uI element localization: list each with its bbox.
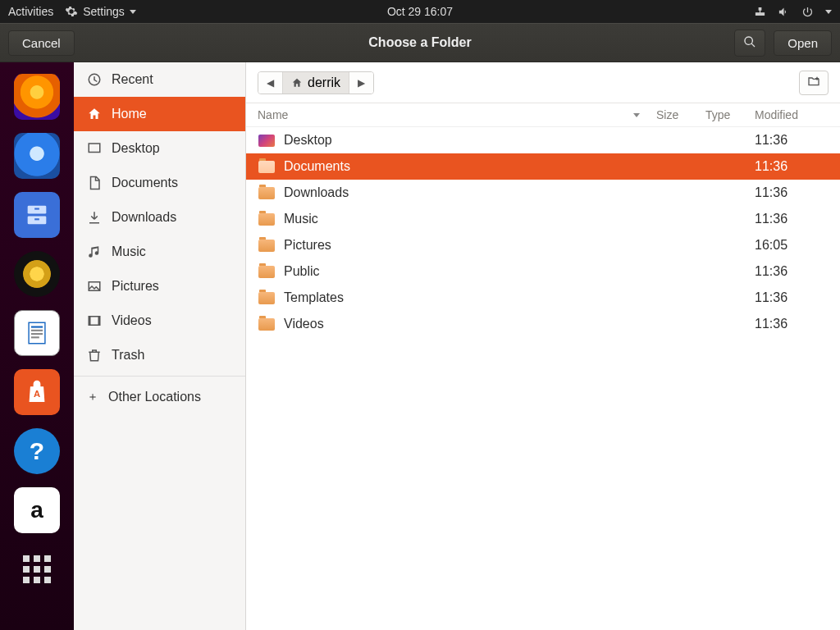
search-button[interactable]	[734, 30, 765, 57]
file-modified: 11:36	[755, 133, 829, 148]
file-modified: 16:05	[755, 238, 829, 253]
path-bar: ◀ derrik ▶	[246, 62, 840, 103]
column-header-size[interactable]: Size	[656, 108, 705, 121]
shopping-bag-icon: A	[25, 380, 49, 404]
music-icon	[87, 244, 102, 259]
launcher-dock: A ? a	[0, 62, 74, 630]
dialog-title: Choose a Folder	[0, 35, 840, 50]
svg-rect-13	[89, 317, 90, 326]
dock-rhythmbox[interactable]	[14, 251, 60, 297]
home-icon	[87, 107, 102, 121]
sidebar-item-other-locations[interactable]: ＋ Other Locations	[74, 380, 245, 414]
dock-files[interactable]	[14, 192, 60, 238]
file-row[interactable]: Documents11:36	[246, 153, 840, 180]
appmenu-label: Settings	[83, 5, 125, 18]
folder-icon	[258, 263, 276, 280]
documents-icon	[87, 176, 102, 190]
folder-icon	[258, 211, 276, 227]
sidebar-item-label: Home	[112, 107, 147, 121]
home-icon	[291, 77, 303, 89]
open-button[interactable]: Open	[774, 30, 832, 56]
dock-show-apps[interactable]	[14, 546, 60, 592]
folder-icon	[258, 185, 276, 201]
power-icon	[801, 6, 814, 18]
sidebar-item-documents[interactable]: Documents	[74, 166, 245, 200]
sidebar-item-home[interactable]: Home	[74, 97, 245, 131]
folder-icon	[258, 290, 276, 306]
file-modified: 11:36	[755, 159, 829, 174]
pictures-icon	[87, 279, 102, 294]
file-row[interactable]: Pictures16:05	[246, 232, 840, 258]
path-forward-button[interactable]: ▶	[349, 72, 373, 94]
svg-rect-8	[31, 336, 39, 338]
sidebar-item-label: Other Locations	[108, 390, 201, 404]
new-folder-icon	[806, 75, 821, 88]
volume-icon	[778, 6, 790, 18]
sidebar-item-label: Recent	[112, 72, 153, 87]
dock-software[interactable]: A	[14, 369, 60, 415]
svg-rect-14	[98, 317, 100, 326]
file-row[interactable]: Videos11:36	[246, 311, 840, 337]
svg-text:A: A	[34, 389, 40, 399]
svg-rect-5	[31, 326, 43, 328]
file-name: Desktop	[284, 133, 656, 148]
dock-help[interactable]: ?	[14, 428, 60, 474]
dock-firefox[interactable]	[14, 74, 60, 120]
sidebar-item-recent[interactable]: Recent	[74, 62, 245, 97]
sidebar-item-trash[interactable]: Trash	[74, 338, 245, 372]
column-header-modified[interactable]: Modified	[755, 108, 829, 121]
sidebar-item-label: Videos	[112, 313, 152, 328]
dock-writer[interactable]	[14, 310, 60, 356]
file-name: Public	[284, 264, 656, 279]
file-name: Pictures	[284, 238, 656, 253]
file-row[interactable]: Public11:36	[246, 258, 840, 285]
dock-thunderbird[interactable]	[14, 133, 60, 179]
svg-rect-6	[31, 330, 43, 331]
system-status-area[interactable]	[754, 6, 832, 18]
appmenu-button[interactable]: Settings	[65, 5, 136, 18]
network-icon	[754, 6, 766, 18]
column-header-name[interactable]: Name	[258, 108, 633, 121]
file-modified: 11:36	[755, 290, 829, 305]
sidebar-item-label: Downloads	[112, 210, 176, 225]
file-row[interactable]: Templates11:36	[246, 285, 840, 311]
sidebar-item-music[interactable]: Music	[74, 235, 245, 269]
trash-icon	[87, 348, 102, 363]
folder-icon	[258, 237, 276, 253]
videos-icon	[87, 313, 102, 328]
file-name: Documents	[284, 159, 656, 174]
path-segment-home[interactable]: derrik	[283, 72, 349, 94]
activities-button[interactable]: Activities	[8, 5, 53, 18]
new-folder-button[interactable]	[799, 71, 829, 95]
sidebar-item-pictures[interactable]: Pictures	[74, 269, 245, 304]
drawer-icon	[23, 201, 51, 229]
file-modified: 11:36	[755, 317, 829, 331]
file-browser-pane: ◀ derrik ▶ Name Size Type Modified	[246, 62, 840, 630]
file-name: Downloads	[284, 185, 656, 200]
cancel-button[interactable]: Cancel	[8, 30, 75, 56]
folder-icon	[258, 158, 276, 175]
desktop-folder-icon	[258, 132, 276, 148]
sidebar-item-downloads[interactable]: Downloads	[74, 200, 245, 235]
path-back-button[interactable]: ◀	[258, 72, 283, 94]
plus-icon: ＋	[87, 390, 98, 404]
desktop-icon	[87, 141, 102, 156]
column-header-type[interactable]: Type	[705, 108, 755, 121]
folder-icon	[258, 316, 276, 332]
file-row[interactable]: Desktop11:36	[246, 127, 840, 153]
sidebar-item-label: Pictures	[112, 279, 159, 294]
svg-rect-7	[31, 333, 43, 335]
downloads-icon	[87, 210, 102, 225]
file-row[interactable]: Music11:36	[246, 206, 840, 232]
sidebar-item-videos[interactable]: Videos	[74, 304, 245, 338]
sidebar-separator	[74, 376, 245, 377]
file-row[interactable]: Downloads11:36	[246, 180, 840, 206]
svg-rect-3	[34, 218, 39, 220]
file-modified: 11:36	[755, 212, 829, 226]
gnome-topbar: Activities Settings Oct 29 16:07	[0, 0, 840, 23]
dialog-headerbar: Cancel Choose a Folder Open	[0, 23, 840, 62]
dock-amazon[interactable]: a	[14, 487, 60, 533]
file-name: Templates	[284, 290, 656, 305]
sidebar-item-desktop[interactable]: Desktop	[74, 131, 245, 166]
sidebar-item-label: Documents	[112, 176, 178, 190]
